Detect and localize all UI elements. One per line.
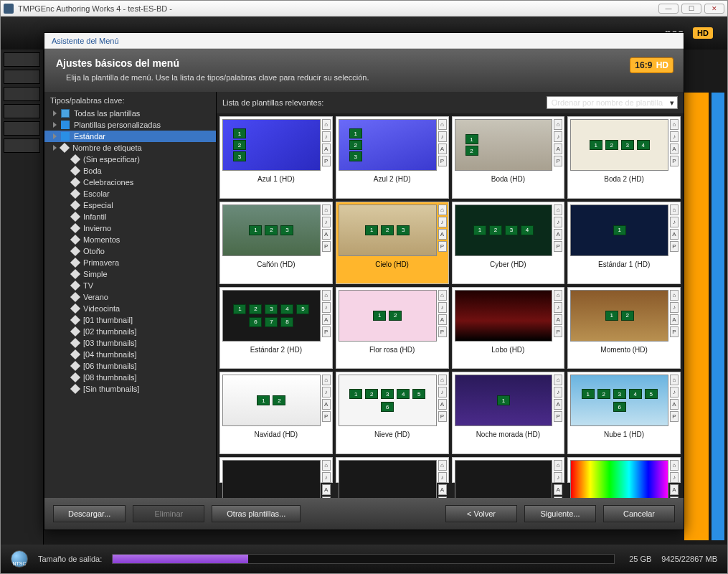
tree-item[interactable]: Primavera (44, 257, 216, 268)
template-card[interactable]: ⌂♪AP (336, 457, 449, 483)
chapter-chip: 2 (233, 140, 246, 150)
template-card[interactable]: 123456⌂♪APNube 1 (HD) (567, 372, 681, 454)
template-card[interactable]: ⌂♪AP (567, 457, 681, 483)
tree-item[interactable]: Momentos (44, 234, 216, 245)
tree-item-label: Plantillas personalizadas (74, 121, 161, 129)
template-attr-icon: A (554, 229, 562, 240)
tree-item[interactable]: Invierno (44, 222, 216, 234)
titlebar: TMPGEnc Authoring Works 4 - test-ES-BD -… (1, 1, 727, 17)
template-attr-icon: P (438, 411, 447, 422)
template-side-icons: ⌂♪AP (552, 372, 564, 428)
template-card[interactable]: 12⌂♪APNavidad (HD) (219, 372, 333, 454)
tree-item-label: [01 thumbnail] (83, 316, 133, 324)
template-attr-icon: ♪ (438, 217, 447, 227)
template-card[interactable]: 12345678⌂♪APEstándar 2 (HD) (219, 287, 333, 370)
tree-item[interactable]: Estándar (44, 131, 216, 142)
template-attr-icon: ⌂ (554, 460, 562, 471)
template-card[interactable]: 1234⌂♪APCyber (HD) (452, 202, 565, 284)
template-card[interactable]: 123⌂♪APAzul 2 (HD) (336, 116, 449, 199)
tree-item[interactable]: Especial (44, 199, 216, 211)
minimize-button[interactable]: — (658, 4, 679, 14)
tree-item[interactable]: Boda (44, 165, 216, 177)
tree-item[interactable]: [08 thumbnails] (44, 372, 216, 383)
template-card[interactable]: 12⌂♪APBoda (HD) (452, 116, 565, 199)
next-button[interactable]: Siguiente... (524, 505, 596, 522)
sort-dropdown[interactable]: Ordenar por nombre de plantilla (547, 96, 678, 109)
tree-item[interactable]: TV (44, 280, 216, 291)
chapter-chip: 1 (349, 128, 362, 138)
window-title: TMPGEnc Authoring Works 4 - test-ES-BD - (18, 4, 658, 13)
template-attr-icon: ⌂ (438, 460, 447, 471)
tree-item-label: [04 thumbnails] (83, 350, 137, 359)
template-attr-icon: P (670, 411, 679, 422)
delete-button[interactable]: Eliminar (133, 505, 204, 522)
close-button[interactable]: ✕ (704, 4, 724, 14)
template-card[interactable]: 12⌂♪APMomento (HD) (567, 287, 681, 370)
tree-item[interactable]: Simple (44, 268, 216, 280)
wizard-body: Tipos/palabras clave: Todas las plantill… (44, 92, 684, 498)
tree-item-label: Estándar (74, 132, 105, 141)
template-card[interactable]: 123⌂♪APCañón (HD) (219, 202, 333, 284)
tree-item[interactable]: [03 thumbnails] (44, 337, 216, 349)
template-thumbnail (570, 460, 668, 498)
folder-icon (61, 109, 70, 118)
tree-item[interactable]: [01 thumbnail] (44, 314, 216, 326)
chapter-chip: 5 (296, 304, 309, 314)
template-side-icons: ⌂♪AP (437, 458, 448, 498)
tag-icon (70, 326, 80, 337)
template-card[interactable]: ⌂♪AP (452, 457, 565, 483)
template-attr-icon: A (438, 314, 447, 325)
cancel-button[interactable]: Cancelar (603, 505, 675, 522)
maximize-button[interactable]: ☐ (681, 4, 701, 14)
tree-item[interactable]: [04 thumbnails] (44, 349, 216, 360)
template-thumbnail: 123456 (570, 375, 668, 426)
template-thumbnail: 1234 (455, 204, 553, 256)
tree-item[interactable]: [02 thumbnails] (44, 326, 216, 337)
template-label: Noche morada (HD) (453, 428, 564, 441)
tree-item[interactable]: Plantillas personalizadas (44, 119, 216, 131)
tree-item[interactable]: Escolar (44, 188, 216, 199)
tree-item[interactable]: Todas las plantillas (44, 108, 216, 119)
template-card[interactable]: 1234⌂♪APBoda 2 (HD) (567, 116, 681, 199)
download-button[interactable]: Descargar... (53, 505, 126, 522)
aspect-label: 16:9 (635, 60, 652, 70)
template-card[interactable]: 123⌂♪APCielo (HD) (336, 202, 449, 284)
back-button[interactable]: < Volver (445, 505, 517, 522)
tree-item[interactable]: [Sin thumbnails] (44, 383, 216, 395)
template-card[interactable]: ⌂♪AP (219, 457, 333, 483)
tree-item[interactable]: Otoño (44, 245, 216, 257)
tree-item[interactable]: Celebraciones (44, 177, 216, 188)
chapter-chip: 3 (381, 389, 394, 399)
chapter-chip: 1 (465, 134, 478, 144)
template-grid[interactable]: 123⌂♪APAzul 1 (HD)123⌂♪APAzul 2 (HD)12⌂♪… (217, 113, 684, 498)
chapter-chip: 2 (249, 304, 262, 314)
template-thumbnail: 123456 (339, 375, 437, 426)
template-attr-icon: ♪ (438, 387, 447, 397)
template-card[interactable]: 123⌂♪APAzul 1 (HD) (219, 116, 333, 199)
template-attr-icon: ♪ (554, 472, 562, 483)
tree-item-label: Boda (83, 166, 102, 175)
template-thumbnail: 123 (339, 204, 437, 256)
tree-item[interactable]: Infantil (44, 211, 216, 222)
template-card[interactable]: 1⌂♪APNoche morada (HD) (452, 372, 565, 454)
template-card[interactable]: ⌂♪APLobo (HD) (452, 287, 565, 370)
chapter-chip: 1 (373, 311, 386, 321)
template-attr-icon: ♪ (438, 472, 447, 483)
template-tree[interactable]: Todas las plantillasPlantillas personali… (44, 108, 216, 498)
tree-item[interactable]: Nombre de etiqueta (44, 142, 216, 154)
template-attr-icon: ⌂ (438, 375, 447, 385)
template-card[interactable]: 12⌂♪APFlor rosa (HD) (336, 287, 449, 370)
template-label: Cyber (HD) (453, 258, 564, 271)
template-side-icons: ⌂♪AP (552, 202, 564, 258)
chapter-chip: 7 (265, 317, 278, 327)
template-card[interactable]: 123456⌂♪APNieve (HD) (336, 372, 449, 454)
tree-item[interactable]: Videocinta (44, 303, 216, 314)
other-templates-button[interactable]: Otras plantillas... (212, 505, 301, 522)
template-card[interactable]: 1⌂♪APEstándar 1 (HD) (567, 202, 681, 284)
template-attr-icon: A (322, 484, 331, 495)
tree-item[interactable]: (Sin especificar) (44, 154, 216, 165)
tag-icon (70, 177, 80, 187)
tree-item[interactable]: [06 thumbnails] (44, 360, 216, 372)
size-label: Tamaño de salida: (38, 555, 102, 563)
tree-item[interactable]: Verano (44, 291, 216, 303)
